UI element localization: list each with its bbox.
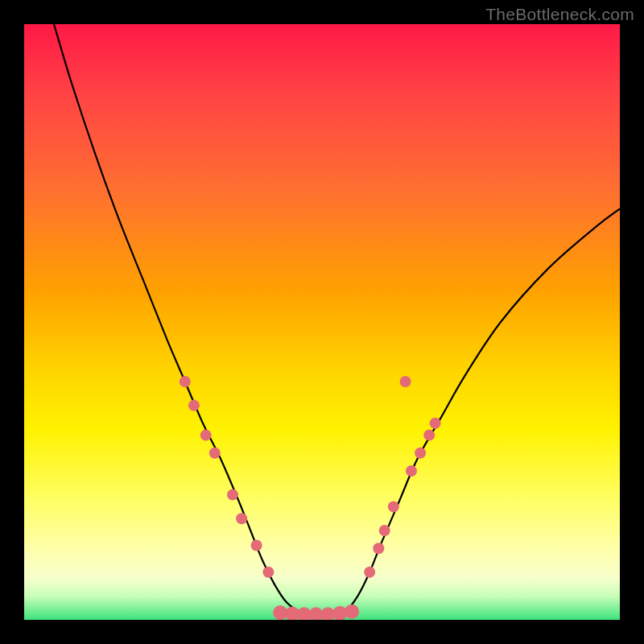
curve-marker <box>180 376 191 387</box>
curve-marker <box>200 430 212 441</box>
curve-marker <box>373 543 384 554</box>
watermark-text: TheBottleneck.com <box>485 5 634 24</box>
curve-marker <box>251 540 262 551</box>
curve-marker <box>364 567 375 578</box>
curve-marker <box>423 430 435 441</box>
curve-marker <box>236 513 247 524</box>
curve-marker <box>188 400 200 411</box>
curve-markers <box>180 376 441 620</box>
curve-marker <box>209 448 221 459</box>
bottleneck-curve <box>54 24 620 617</box>
curve-marker <box>400 376 411 387</box>
curve-marker <box>262 567 274 578</box>
curve-marker <box>406 465 417 477</box>
curve-marker <box>430 418 441 429</box>
curve-marker <box>379 525 390 536</box>
chart-stage: TheBottleneck.com <box>0 0 644 644</box>
plot-area <box>24 24 620 620</box>
curve-overlay <box>24 24 620 620</box>
curve-marker <box>415 448 426 459</box>
curve-marker <box>227 489 238 501</box>
curve-marker <box>388 501 399 512</box>
curve-marker <box>345 605 359 619</box>
